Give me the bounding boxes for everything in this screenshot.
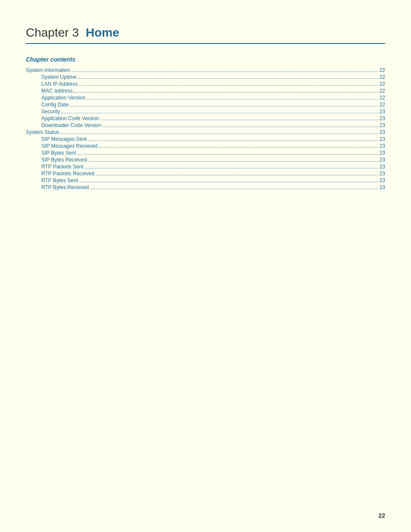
toc-page: 22 <box>380 102 385 108</box>
toc-item: Config Date22 <box>26 102 385 108</box>
toc-page: 22 <box>380 67 385 73</box>
toc-page: 22 <box>380 74 385 80</box>
toc-item-text: SIP Bytes Received <box>41 157 87 163</box>
toc-dots <box>79 85 378 86</box>
toc-dots <box>61 113 378 113</box>
toc-item-text: Application Code Version <box>41 115 99 121</box>
toc-page: 23 <box>380 109 385 115</box>
toc-page: 23 <box>380 184 385 190</box>
toc-item: RTP Bytes Sent23 <box>26 177 385 184</box>
toc-dots <box>72 72 378 72</box>
chapter-divider <box>26 43 385 44</box>
toc-dots <box>87 99 378 100</box>
toc-item: Application Version22 <box>26 95 385 101</box>
toc-item: LAN IP Address22 <box>26 81 385 87</box>
toc-item: SIP Messages Received23 <box>26 143 385 149</box>
page-number-footer: 22 <box>378 512 385 519</box>
toc-item-text: System Uptime <box>41 74 76 80</box>
toc-page: 22 <box>380 95 385 101</box>
toc-item-text: System information <box>26 67 70 73</box>
toc-item: System Uptime22 <box>26 74 385 80</box>
chapter-header: Chapter 3 Home <box>26 26 385 40</box>
toc-item-text: LAN IP Address <box>41 81 78 87</box>
toc-item: System information22 <box>26 67 385 73</box>
toc-dots <box>88 161 378 162</box>
toc-item: Downloader Code Version23 <box>26 122 385 128</box>
toc-page: 23 <box>380 157 385 163</box>
toc-item: RTP Packets Received23 <box>26 171 385 177</box>
toc-dots <box>103 127 378 127</box>
chapter-label: Chapter 3 <box>26 26 79 40</box>
toc-dots <box>88 140 378 141</box>
toc-item-text: RTP Bytes Received <box>41 184 89 190</box>
toc-item-text: MAC address <box>41 88 73 94</box>
toc-page: 23 <box>380 122 385 128</box>
toc-item: RTP Packets Sent23 <box>26 164 385 170</box>
toc-page: 23 <box>380 177 385 184</box>
contents-title: Chapter contents <box>26 56 385 63</box>
toc-dots <box>78 78 378 79</box>
page-container: Chapter 3 Home Chapter contents System i… <box>0 0 411 208</box>
toc-item: System Status23 <box>26 129 385 135</box>
toc-page: 23 <box>380 143 385 149</box>
toc-dots <box>60 134 378 134</box>
toc-page: 23 <box>380 164 385 170</box>
toc-dots <box>74 92 378 93</box>
toc-dots <box>90 189 378 189</box>
toc-dots <box>96 175 378 175</box>
table-of-contents: System information22System Uptime22LAN I… <box>26 67 385 190</box>
toc-dots <box>78 154 378 155</box>
toc-page: 22 <box>380 88 385 94</box>
toc-page: 23 <box>380 115 385 121</box>
chapter-title: Home <box>86 26 119 40</box>
toc-item: SIP Bytes Received23 <box>26 157 385 163</box>
toc-page: 22 <box>380 81 385 87</box>
toc-item: Application Code Version23 <box>26 115 385 121</box>
toc-item-text: SIP Messages Received <box>41 143 98 149</box>
toc-dots <box>99 147 378 148</box>
toc-dots <box>85 168 378 168</box>
toc-item: Security23 <box>26 109 385 115</box>
toc-item-text: Application Version <box>41 95 85 101</box>
toc-item: RTP Bytes Received23 <box>26 184 385 190</box>
toc-item-text: RTP Packets Sent <box>41 164 84 170</box>
toc-page: 23 <box>380 136 385 142</box>
toc-item-text: Downloader Code Version <box>41 122 101 128</box>
toc-page: 23 <box>380 150 385 156</box>
toc-dots <box>100 120 378 120</box>
toc-item-text: Config Date <box>41 102 68 108</box>
toc-item-text: RTP Bytes Sent <box>41 177 78 184</box>
toc-item: MAC address22 <box>26 88 385 94</box>
toc-dots <box>79 182 378 182</box>
toc-item-text: SIP Messages Sent <box>41 136 87 142</box>
toc-item: SIP Bytes Sent23 <box>26 150 385 156</box>
toc-item-text: System Status <box>26 129 59 135</box>
toc-item-text: SIP Bytes Sent <box>41 150 76 156</box>
toc-item: SIP Messages Sent23 <box>26 136 385 142</box>
toc-item-text: RTP Packets Received <box>41 171 94 177</box>
toc-item-text: Security <box>41 109 60 115</box>
toc-dots <box>70 106 378 106</box>
toc-page: 23 <box>380 129 385 135</box>
toc-page: 23 <box>380 171 385 177</box>
